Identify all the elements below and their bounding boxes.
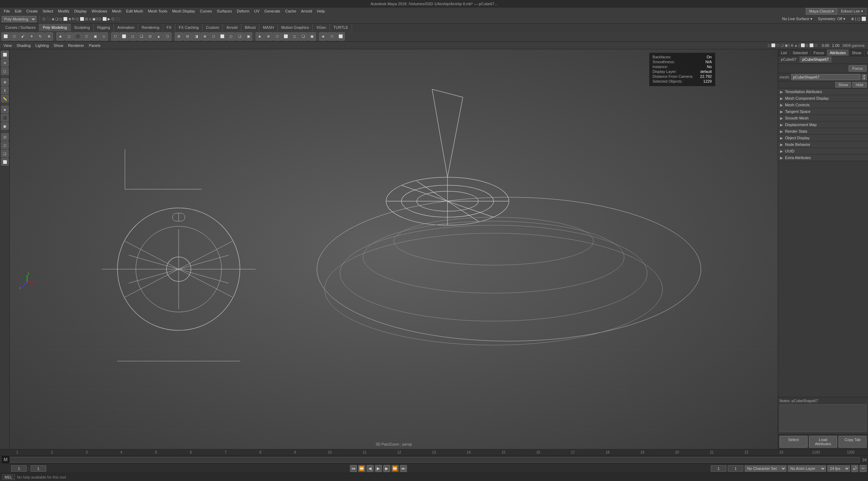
hide-button[interactable]: Hide [852,82,867,88]
audio-btn[interactable]: 🔊 [851,465,858,472]
range-end-input[interactable] [728,465,743,472]
tool-create6[interactable]: ▲ [155,32,163,41]
current-frame-input[interactable] [11,465,27,472]
menu-select[interactable]: Select [41,8,56,14]
attr-tab-focus[interactable]: Focus [811,49,827,56]
fps-select[interactable]: 24 fps [827,465,850,472]
tool-create1[interactable]: ⬡ [111,32,119,41]
tool-edit1[interactable]: ⊞ [175,32,183,41]
tool-c2[interactable]: ◻ [1,141,9,149]
tool-mesh5[interactable]: ◻ [290,32,299,41]
tab-fx[interactable]: FX [163,24,175,31]
menu-help[interactable]: Help [315,8,327,14]
tool-create7[interactable]: ⬡ [163,32,172,41]
tool-select[interactable]: ⬜ [1,32,10,41]
attr-section-displacement[interactable]: ▶ Displacement Map [778,122,868,128]
tab-bifrost[interactable]: Bifrost [241,24,259,31]
tool-b3[interactable]: ▣ [1,122,9,130]
step-back-btn[interactable]: ⏪ [358,465,365,472]
tool-lasso[interactable]: ⬡ [10,32,18,41]
tab-turtle[interactable]: TURTLE [330,24,352,31]
attr-tab-attributes[interactable]: Attributes [827,49,849,56]
attr-section-render[interactable]: ▶ Render Stats [778,128,868,135]
tool-poly2[interactable]: ◻ [65,32,73,41]
tool-edit8[interactable]: ❑ [235,32,244,41]
view-menu[interactable]: View [1,43,14,48]
tool-rotate[interactable]: ↻ [36,32,44,41]
tool-lasso2[interactable]: ⬡ [1,67,9,75]
tool-create3[interactable]: ◻ [128,32,137,41]
copy-tab-button[interactable]: Copy Tab [838,436,867,448]
attr-section-tangent[interactable]: ▶ Tangent Space [778,108,868,115]
tool-edit4[interactable]: ⊕ [201,32,209,41]
tool-mesh2[interactable]: ⊕ [264,32,273,41]
tab-arnold[interactable]: Arnold [223,24,241,31]
menu-cache[interactable]: Cache [283,8,298,14]
menu-edit-mesh[interactable]: Edit Mesh [124,8,145,14]
workspace-dropdown[interactable]: Maya Classic▾ [806,8,837,15]
tool-poly3[interactable]: ⬛ [74,32,82,41]
prev-frame-btn[interactable]: ◀ [367,465,374,472]
tab-xgen[interactable]: XGen [313,24,330,31]
select-button[interactable]: Select [779,436,808,448]
tool-poly1[interactable]: ◈ [56,32,65,41]
tool-mesh1[interactable]: ◈ [256,32,264,41]
tool-paint[interactable]: 🖌 [19,32,27,41]
tool-c1[interactable]: ⊡ [1,133,9,141]
tool-edit9[interactable]: ▣ [244,32,252,41]
node-tab-pcube67[interactable]: pCube67 [778,56,800,63]
tool-cross[interactable]: ✛ [1,59,9,67]
attr-section-tessellation[interactable]: ▶ Tessellation Attributes [778,89,868,95]
character-set-select[interactable]: No Character Set [745,465,786,472]
attr-tab-help[interactable]: Help [865,49,868,56]
tool-mesh3[interactable]: ⬡ [273,32,281,41]
menu-surfaces[interactable]: Surfaces [215,8,234,14]
menu-uv[interactable]: UV [252,8,261,14]
show-menu[interactable]: Show [52,43,66,48]
tool-edit6[interactable]: ⬜ [218,32,226,41]
notes-textarea[interactable] [779,404,867,432]
tab-curves-surfaces[interactable]: Curves / Surfaces [2,24,39,31]
tab-sculpting[interactable]: Sculpting [71,24,94,31]
tab-animation[interactable]: Animation [114,24,138,31]
tool-edit3[interactable]: ◨ [192,32,200,41]
attr-section-extra[interactable]: ▶ Extra Attributes [778,155,868,161]
tool-create4[interactable]: ❑ [137,32,145,41]
load-attributes-button[interactable]: Load Attributes [809,436,837,448]
attr-tab-list[interactable]: List [778,49,790,56]
tool-scale[interactable]: ⊕ [45,32,53,41]
tool-poly5[interactable]: ▣ [91,32,99,41]
start-frame-input[interactable] [31,465,46,472]
tab-motion-graphics[interactable]: Motion Graphics [278,24,313,31]
tab-rendering[interactable]: Rendering [138,24,163,31]
tool-uv3[interactable]: ⬜ [336,32,345,41]
timeline-track[interactable] [6,457,860,463]
tab-poly-modeling[interactable]: Poly Modeling [39,24,70,31]
play-btn[interactable]: ▶ [375,465,382,472]
attr-section-uuid[interactable]: ▶ UUID [778,148,868,155]
attr-section-smooth[interactable]: ▶ Smooth Mesh [778,115,868,122]
menu-create[interactable]: Create [24,8,40,14]
tool-create5[interactable]: ⊡ [146,32,154,41]
menu-arnold[interactable]: Arnold [299,8,314,14]
panels-menu[interactable]: Panels [87,43,103,48]
range-start-input[interactable] [711,465,726,472]
menu-generate[interactable]: Generate [262,8,282,14]
mode-select[interactable]: Poly Modeling [2,16,36,22]
attr-tab-selected[interactable]: Selected [790,49,811,56]
goto-start-btn[interactable]: ⏮ [350,465,357,472]
tool-mesh6[interactable]: ❑ [299,32,307,41]
tool-edit2[interactable]: ⊟ [183,32,192,41]
goto-end-btn[interactable]: ⏭ [400,465,407,472]
show-button[interactable]: Show [835,82,851,88]
tool-poly4[interactable]: ⬡ [82,32,91,41]
menu-display[interactable]: Display [72,8,89,14]
mel-label[interactable]: MEL [2,474,15,480]
mesh-down-btn[interactable]: ▼ [862,77,867,80]
attr-section-node[interactable]: ▶ Node Behavior [778,141,868,148]
menu-mesh[interactable]: Mesh [110,8,123,14]
menu-edit[interactable]: Edit [13,8,24,14]
tool-b2[interactable]: ⬛ [1,114,9,122]
tab-fx-caching[interactable]: FX Caching [175,24,202,31]
attr-tab-show[interactable]: Show [849,49,865,56]
